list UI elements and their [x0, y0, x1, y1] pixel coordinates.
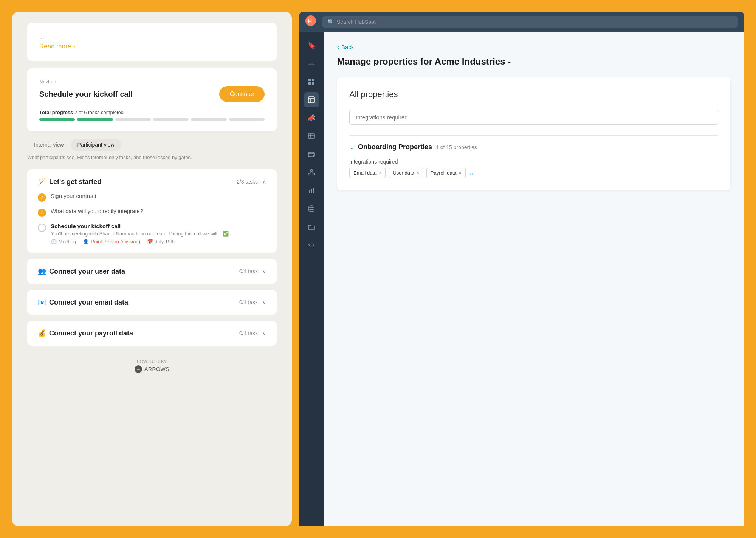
section-header-1[interactable]: 🪄 Let's get started 2/3 tasks ∧: [38, 178, 266, 186]
section-header-2[interactable]: 👥 Connect your user data 0/1 task ∨: [38, 267, 266, 275]
powered-by-brand: ⇒ Arrows: [35, 365, 269, 373]
meta-meeting-label: Meeting: [59, 239, 76, 244]
section-title-2: 👥 Connect your user data: [38, 267, 125, 275]
chevron-down-icon-2: ∨: [262, 268, 266, 274]
task-label-sign-contract: Sign your contract: [51, 193, 96, 199]
progress-label: Total progress 2 of 6 tasks completed: [39, 110, 265, 115]
properties-title: Onboarding Properties: [358, 143, 432, 151]
task-meta-date: 📅 July 15th: [147, 239, 175, 244]
filter-input[interactable]: [349, 110, 718, 125]
task-detail-kickoff: Schedule your kickoff call You'll be mee…: [51, 223, 233, 244]
person-icon: 👤: [83, 239, 89, 244]
prop-label-integrations: Integrations required: [349, 159, 718, 165]
task-meta-kickoff: 🕐 Meeting 👤 Point Person (missing) 📅 Ju: [51, 239, 233, 244]
sidebar-item-grid[interactable]: [304, 74, 319, 89]
read-more-link[interactable]: Read more ›: [39, 43, 265, 50]
section-title-text-1: Let's get started: [49, 178, 101, 186]
right-panel: H 🔍 Search HubSpot 🔖 —: [299, 12, 744, 526]
chevron-down-icon-4: ∨: [262, 330, 266, 336]
tag-email-label: Email data: [353, 170, 376, 176]
section-lets-get-started: 🪄 Let's get started 2/3 tasks ∧ ✓ Sign y…: [27, 169, 277, 253]
hubspot-logo: H: [305, 15, 316, 28]
tag-row: Email data × User data × Payroll data ×: [349, 168, 718, 178]
hubspot-main: 🔖 — 📣: [299, 32, 744, 526]
task-list-1: ✓ Sign your contract ✓ What data will yo…: [38, 193, 266, 244]
svg-point-15: [308, 173, 310, 175]
section-count-4: 0/1 task: [239, 330, 258, 336]
tags-dropdown-icon[interactable]: ⌄: [469, 169, 474, 177]
sidebar-item-contacts[interactable]: [304, 92, 319, 107]
participant-view-tab[interactable]: Participant view: [71, 139, 121, 151]
section-header-3[interactable]: 📧 Connect your email data 0/1 task ∨: [38, 298, 266, 306]
all-properties-title: All properties: [349, 90, 718, 99]
section-connect-email-data: 📧 Connect your email data 0/1 task ∨: [27, 290, 277, 315]
view-toggle: Internal view Participant view: [27, 139, 277, 151]
sidebar-item-database[interactable]: [304, 201, 319, 216]
properties-chevron-icon: ⌄: [349, 144, 354, 151]
internal-view-tab[interactable]: Internal view: [27, 139, 71, 151]
next-up-card: Next up Schedule your kickoff call Conti…: [27, 68, 277, 131]
next-up-row: Schedule your kickoff call Continue: [39, 86, 265, 102]
section-title-1: 🪄 Let's get started: [38, 178, 101, 186]
view-description: What participants see. Hides internal-on…: [27, 155, 277, 160]
section-title-text-2: Connect your user data: [49, 267, 125, 275]
svg-point-16: [313, 173, 315, 175]
progress-seg-3: [115, 118, 151, 121]
tag-payroll-close[interactable]: ×: [459, 170, 461, 176]
sidebar-item-barchart[interactable]: [304, 183, 319, 198]
read-more-arrow: ›: [73, 43, 75, 49]
section-emoji-4: 💰: [38, 329, 46, 337]
progress-seg-1: [39, 118, 75, 121]
svg-rect-12: [308, 152, 314, 157]
section-title-4: 💰 Connect your payroll data: [38, 329, 133, 337]
tag-payroll-data[interactable]: Payroll data ×: [426, 168, 466, 178]
sidebar-item-folder[interactable]: [304, 219, 319, 234]
sidebar-item-table[interactable]: [304, 128, 319, 144]
continue-button[interactable]: Continue: [219, 86, 265, 102]
page-title: Manage properties for Acme Industries -: [337, 56, 730, 67]
chevron-up-icon-1: ∧: [262, 179, 266, 185]
task-check-pending-1: [38, 224, 46, 232]
sidebar-item-code[interactable]: [304, 237, 319, 252]
hubspot-sidebar: 🔖 — 📣: [299, 32, 324, 526]
hubspot-content: ‹ Back Manage properties for Acme Indust…: [324, 32, 744, 526]
search-placeholder-text: Search HubSpot: [337, 19, 376, 25]
arrows-name: Arrows: [144, 366, 169, 372]
chevron-down-icon-3: ∨: [262, 299, 266, 305]
read-more-label: Read more: [39, 43, 71, 50]
back-link[interactable]: ‹ Back: [337, 44, 730, 50]
back-chevron-icon: ‹: [337, 44, 339, 50]
calendar-icon: 📅: [147, 239, 153, 244]
section-header-4[interactable]: 💰 Connect your payroll data 0/1 task ∨: [38, 329, 266, 337]
svg-point-14: [311, 170, 313, 172]
sidebar-item-wallet[interactable]: [304, 147, 319, 162]
task-meta-point-person[interactable]: 👤 Point Person (missing): [83, 239, 140, 244]
sidebar-item-network[interactable]: [304, 165, 319, 180]
properties-header[interactable]: ⌄ Onboarding Properties 1 of 15 properti…: [349, 143, 718, 151]
back-link-label: Back: [341, 44, 354, 50]
section-title-text-4: Connect your payroll data: [49, 329, 133, 337]
left-content: ... Read more › Next up Schedule your ki…: [12, 12, 292, 526]
arrows-logo: ⇒: [135, 365, 142, 373]
svg-rect-19: [309, 190, 310, 193]
tag-user-close[interactable]: ×: [417, 170, 419, 176]
next-up-title: Schedule your kickoff call: [39, 90, 133, 99]
task-item-sign-contract: ✓ Sign your contract: [38, 193, 266, 202]
svg-point-22: [309, 206, 314, 208]
tag-user-data[interactable]: User data ×: [389, 168, 423, 178]
hubspot-search-bar[interactable]: 🔍 Search HubSpot: [322, 16, 738, 28]
svg-point-13: [313, 155, 314, 156]
next-up-label: Next up: [39, 79, 265, 85]
task-description-kickoff: You'll be meeting with Shareil Nariman f…: [51, 231, 233, 237]
progress-segments: [39, 118, 265, 121]
tag-email-data[interactable]: Email data ×: [349, 168, 386, 178]
task-meta-meeting: 🕐 Meeting: [51, 239, 76, 244]
section-count-3: 0/1 task: [239, 299, 258, 305]
svg-rect-3: [312, 79, 314, 81]
tag-email-close[interactable]: ×: [379, 170, 381, 176]
task-check-done-2: ✓: [38, 209, 46, 217]
sidebar-item-megaphone[interactable]: 📣: [304, 110, 319, 125]
sidebar-item-bookmark[interactable]: 🔖: [304, 38, 319, 53]
section-connect-payroll-data: 💰 Connect your payroll data 0/1 task ∨: [27, 321, 277, 346]
prop-row-integrations: Integrations required Email data × User …: [349, 159, 718, 178]
